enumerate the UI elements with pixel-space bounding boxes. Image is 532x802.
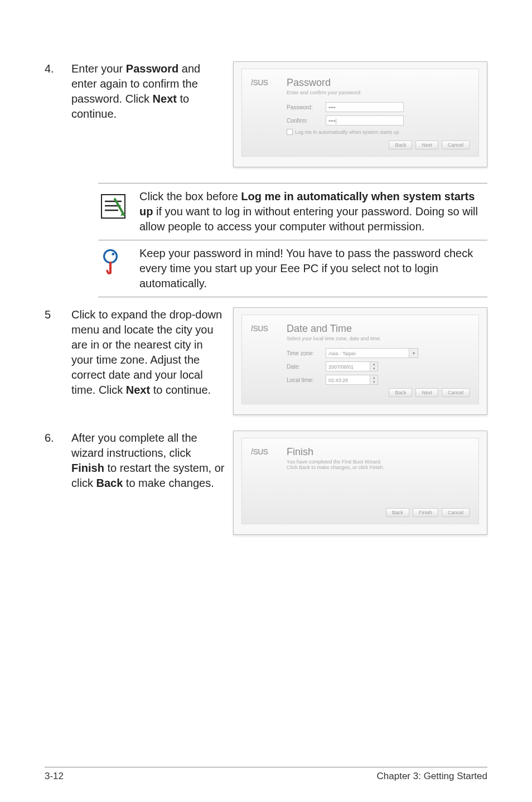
bold: Next (153, 93, 177, 105)
text: to make changes. (123, 477, 214, 489)
step-number: 5 (45, 307, 71, 321)
text: to continue. (150, 384, 211, 396)
note2-text: Keep your password in mind! You have to … (139, 246, 487, 291)
auto-login-label: Log me in automatically when system star… (295, 129, 399, 135)
password-input[interactable]: •••• (326, 102, 404, 112)
back-button[interactable]: Back (389, 141, 412, 149)
back-button[interactable]: Back (386, 508, 409, 517)
timezone-select[interactable]: Asia - Taipei (326, 348, 409, 358)
page-footer: 3-12 Chapter 3: Getting Started (45, 767, 487, 782)
timezone-label: Time zone: (287, 350, 321, 356)
asus-logo: /SUS (251, 77, 279, 87)
time-input[interactable]: 02:43:28 (326, 375, 370, 385)
bold: Password (126, 62, 178, 75)
tip-icon (98, 246, 128, 277)
datetime-screenshot: /SUS Date and Time Select your local tim… (233, 307, 487, 415)
back-button[interactable]: Back (389, 388, 412, 397)
date-label: Date: (287, 364, 321, 370)
step-number: 6. (45, 431, 71, 445)
cancel-button[interactable]: Cancel (442, 141, 470, 149)
page-number: 3-12 (45, 771, 64, 782)
confirm-label: Confirm: (287, 118, 321, 124)
finish-button[interactable]: Finish (413, 508, 438, 517)
cancel-button[interactable]: Cancel (442, 388, 470, 397)
asus-logo: /SUS (251, 446, 279, 456)
text: After you complete all the wizard instru… (71, 432, 197, 459)
text: if you want to log in without entering y… (139, 205, 478, 233)
dialog-title: Date and Time (287, 323, 470, 335)
cancel-button[interactable]: Cancel (442, 508, 470, 517)
step4-text: Enter your Password and enter again to c… (71, 61, 233, 122)
step-number: 4. (45, 61, 71, 75)
dialog-subtitle-line1: You have completed the First Boot Wizard… (287, 459, 470, 465)
next-button[interactable]: Next (415, 388, 438, 397)
dialog-subtitle: Select your local time zone, date and ti… (287, 336, 470, 341)
dialog-title: Finish (287, 446, 470, 458)
bold: Back (96, 477, 123, 489)
date-input[interactable]: 2007/08/01 (326, 361, 370, 371)
step6-text: After you complete all the wizard instru… (71, 431, 233, 491)
asus-logo: /SUS (251, 323, 279, 333)
time-label: Local time: (287, 377, 321, 383)
note-box-keep-password: Keep your password in mind! You have to … (98, 240, 487, 297)
password-screenshot: /SUS Password Enter and confirm your pas… (233, 61, 487, 167)
note-icon (98, 189, 128, 221)
dialog-subtitle-line2: Click Back to make changes, or click Fin… (287, 465, 470, 470)
finish-screenshot: /SUS Finish You have completed the First… (233, 431, 487, 535)
date-spinner[interactable]: ▴▾ (370, 361, 378, 371)
text: Click to expand the drop-down menu and l… (71, 308, 222, 396)
text: Enter your (71, 62, 126, 75)
auto-login-checkbox[interactable] (287, 129, 293, 135)
time-spinner[interactable]: ▴▾ (370, 375, 378, 385)
note-box-automatic-login: Click the box before Log me in automatic… (98, 183, 487, 240)
chevron-down-icon[interactable]: ▾ (409, 348, 418, 358)
password-label: Password: (287, 104, 321, 110)
svg-point-2 (112, 253, 114, 255)
text: Click the box before (139, 190, 241, 202)
dialog-title: Password (287, 77, 470, 89)
bold: Finish (71, 462, 104, 474)
svg-point-1 (104, 250, 117, 263)
next-button[interactable]: Next (415, 141, 438, 149)
confirm-input[interactable]: ••••| (326, 115, 404, 125)
chapter-title: Chapter 3: Getting Started (377, 771, 487, 782)
step5-text: Click to expand the drop-down menu and l… (71, 307, 233, 398)
bold: Next (126, 384, 150, 396)
dialog-subtitle: Enter and confirm your password. (287, 90, 470, 95)
